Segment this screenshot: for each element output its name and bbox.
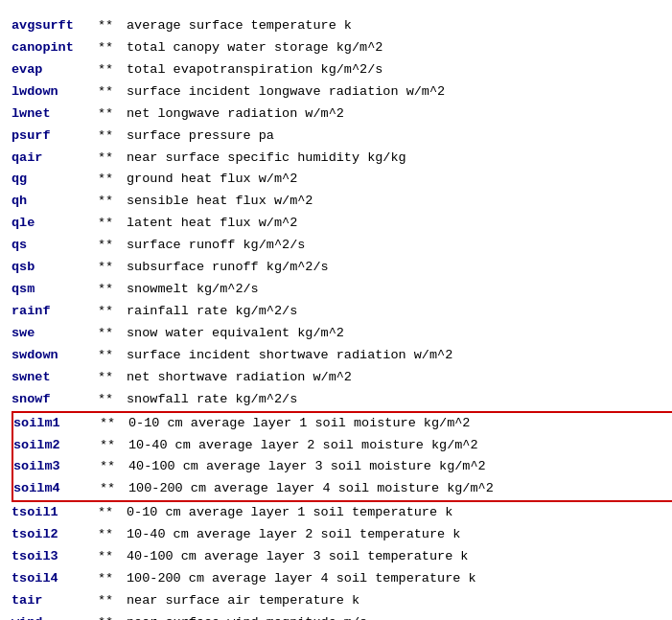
variable-name: swdown [12,346,98,366]
variable-name: tsoil1 [12,503,98,523]
variable-description: 0-10 cm average layer 1 soil moisture kg… [128,414,470,434]
variable-description: surface incident shortwave radiation w/m… [127,346,452,366]
variable-name: soilm1 [13,414,100,434]
variable-name: evap [12,60,98,80]
variable-description: near surface wind magnitude m/s [127,613,367,620]
list-item: canopint**total canopy water storage kg/… [12,37,672,59]
variable-separator: ** [100,457,128,477]
list-item: rainf**rainfall rate kg/m^2/s [12,301,672,323]
variable-name: rainf [12,302,98,322]
variable-separator: ** [98,591,127,611]
variable-description: sensible heat flux w/m^2 [127,192,313,212]
variable-description: average surface temperature k [127,16,352,36]
variable-separator: ** [100,479,128,499]
variable-description: surface pressure pa [127,126,274,147]
variable-name: tsoil2 [12,525,98,545]
variable-name: lwdown [12,82,98,103]
variable-separator: ** [98,302,127,322]
variable-description: net shortwave radiation w/m^2 [127,368,352,388]
variable-separator: ** [98,38,127,58]
list-item: snowf**snowfall rate kg/m^2/s [12,389,672,411]
list-item: tsoil1**0-10 cm average layer 1 soil tem… [12,502,672,524]
variable-separator: ** [98,258,127,278]
variables-container: avgsurft**average surface temperature kc… [12,8,672,620]
list-item: swdown**surface incident shortwave radia… [12,345,672,367]
variable-separator: ** [98,390,127,410]
variable-description: rainfall rate kg/m^2/s [127,302,297,322]
list-item: qsb**subsurface runoff kg/m^2/s [12,257,672,279]
variable-description: 100-200 cm average layer 4 soil temperat… [127,569,476,589]
variable-separator: ** [98,16,127,36]
list-item: soilm4**100-200 cm average layer 4 soil … [13,478,672,500]
variable-description: 40-100 cm average layer 3 soil temperatu… [127,547,468,567]
variable-description: latent heat flux w/m^2 [127,214,297,234]
variable-name: wind [12,613,98,620]
list-item: tsoil2**10-40 cm average layer 2 soil te… [12,524,672,546]
variable-description: surface incident longwave radiation w/m^… [127,82,445,103]
list-item: soilm3**40-100 cm average layer 3 soil m… [13,456,672,478]
variable-name: tair [12,591,98,611]
variable-name: tsoil3 [12,547,98,567]
list-item: tsoil3**40-100 cm average layer 3 soil t… [12,546,672,568]
variable-name: lwnet [12,104,98,125]
bottom-variables-list: tsoil1**0-10 cm average layer 1 soil tem… [12,502,672,620]
variable-description: near surface specific humidity kg/kg [127,149,406,169]
variable-separator: ** [98,126,127,147]
header-row [12,8,672,11]
variable-name: qsb [12,258,98,278]
regular-variables-list: avgsurft**average surface temperature kc… [12,15,672,411]
list-item: wind**near surface wind magnitude m/s [12,612,672,620]
variable-name: soilm3 [13,457,100,477]
variable-name: psurf [12,126,98,147]
variable-description: subsurface runoff kg/m^2/s [127,258,329,278]
variable-description: surface runoff kg/m^2/s [127,236,305,256]
list-item: qair**near surface specific humidity kg/… [12,148,672,170]
variable-separator: ** [98,569,127,589]
list-item: lwnet**net longwave radiation w/m^2 [12,103,672,126]
list-item: psurf**surface pressure pa [12,126,672,148]
variable-separator: ** [98,547,127,567]
variable-name: snowf [12,390,98,410]
list-item: qsm**snowmelt kg/m^2/s [12,279,672,301]
variable-separator: ** [100,436,128,456]
variable-separator: ** [98,104,127,125]
variable-name: avgsurft [12,16,98,36]
variable-description: near surface air temperature k [127,591,359,611]
variable-description: snowfall rate kg/m^2/s [127,390,297,410]
variable-description: 100-200 cm average layer 4 soil moisture… [128,479,494,499]
variable-separator: ** [98,346,127,366]
variable-name: swe [12,324,98,344]
variable-description: snowmelt kg/m^2/s [127,280,259,300]
variable-name: qle [12,214,98,234]
variable-separator: ** [98,324,127,344]
variable-name: qair [12,149,98,169]
variable-description: ground heat flux w/m^2 [127,170,297,190]
variable-description: net longwave radiation w/m^2 [127,104,344,125]
variable-name: qg [12,170,98,190]
variable-name: tsoil4 [12,569,98,589]
list-item: swnet**net shortwave radiation w/m^2 [12,367,672,389]
variable-separator: ** [100,414,128,434]
list-item: swe**snow water equivalent kg/m^2 [12,323,672,345]
variable-description: 10-40 cm average layer 2 soil moisture k… [128,436,478,456]
list-item: avgsurft**average surface temperature k [12,15,672,37]
list-item: qle**latent heat flux w/m^2 [12,213,672,235]
variable-name: canopint [12,38,98,58]
variable-separator: ** [98,170,127,190]
variable-separator: ** [98,236,127,256]
variable-name: soilm4 [13,479,100,499]
variable-name: soilm2 [13,436,100,456]
list-item: soilm2**10-40 cm average layer 2 soil mo… [13,435,672,457]
variable-separator: ** [98,525,127,545]
list-item: qg**ground heat flux w/m^2 [12,169,672,191]
variable-separator: ** [98,149,127,169]
list-item: tair**near surface air temperature k [12,590,672,612]
variable-name: qh [12,192,98,212]
highlighted-variables-group: soilm1**0-10 cm average layer 1 soil moi… [12,411,672,503]
variable-name: qsm [12,280,98,300]
variable-name: swnet [12,368,98,388]
variable-separator: ** [98,60,127,80]
variable-description: snow water equivalent kg/m^2 [127,324,344,344]
variable-separator: ** [98,82,127,103]
variable-description: total evapotranspiration kg/m^2/s [127,60,382,80]
